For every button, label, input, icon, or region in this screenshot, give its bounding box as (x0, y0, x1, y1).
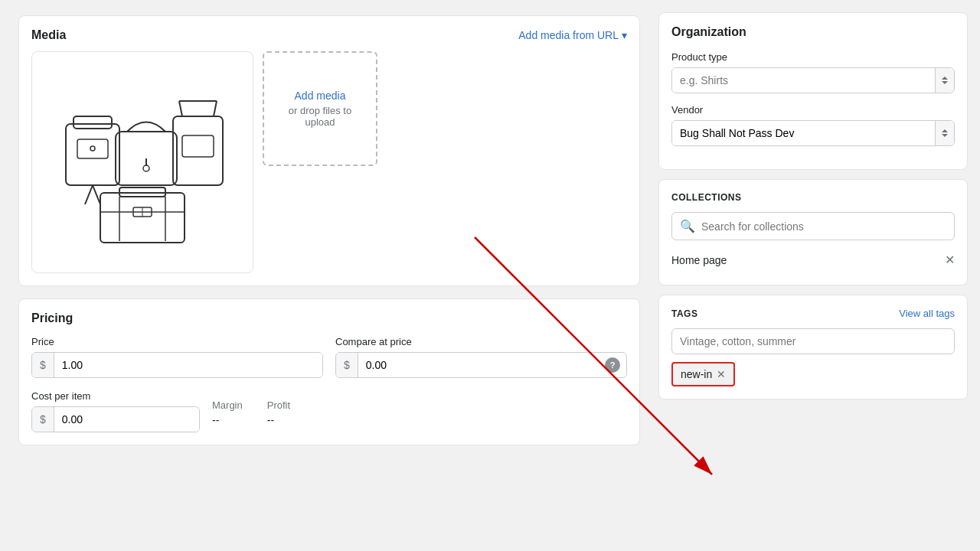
collections-search-input[interactable] (701, 220, 946, 233)
cost-currency-prefix: $ (32, 407, 54, 432)
view-all-tags-button[interactable]: View all tags (899, 308, 955, 319)
bags-illustration (51, 70, 234, 254)
vendor-input-wrap (671, 120, 955, 146)
drop-files-text: or drop files to upload (273, 105, 367, 128)
cost-field: Cost per item $ (31, 390, 200, 432)
compare-price-field: Compare at price $ ? (335, 336, 627, 378)
pricing-card: Pricing Price $ Compare at price $ ? (18, 298, 640, 445)
vendor-up-arrow-icon (942, 129, 948, 132)
collection-item-label: Home page (671, 254, 727, 266)
media-upload-box[interactable]: Add media or drop files to upload (263, 51, 377, 166)
vendor-down-arrow-icon (942, 134, 948, 137)
tags-title: TAGS (671, 308, 697, 319)
compare-price-label: Compare at price (335, 336, 627, 347)
svg-point-5 (90, 146, 95, 151)
svg-line-3 (93, 185, 100, 204)
organization-section: Organization Product type Vendor (658, 12, 968, 170)
media-title: Media (31, 28, 66, 42)
margin-value: -- (212, 414, 219, 426)
margin-item: Margin -- (212, 399, 243, 426)
price-label: Price (31, 336, 323, 347)
collections-section: COLLECTIONS 🔍 Home page ✕ (658, 179, 968, 285)
remove-collection-button[interactable]: ✕ (945, 254, 955, 266)
organization-title: Organization (671, 25, 955, 39)
media-header: Media Add media from URL ▾ (31, 28, 627, 42)
down-arrow-icon (942, 81, 948, 84)
tags-input[interactable] (671, 328, 955, 354)
product-type-label: Product type (671, 51, 955, 63)
compare-currency-prefix: $ (336, 353, 358, 377)
profit-label: Profit (267, 399, 290, 411)
dropdown-arrow-icon: ▾ (622, 29, 627, 41)
right-panel: Organization Product type Vendor (658, 0, 980, 551)
price-currency-prefix: $ (32, 353, 54, 377)
svg-point-8 (143, 165, 149, 171)
compare-price-input[interactable] (358, 353, 605, 377)
svg-rect-9 (173, 116, 223, 185)
cost-label: Cost per item (31, 390, 200, 402)
search-collections-wrap[interactable]: 🔍 (671, 212, 955, 240)
media-image-box[interactable] (31, 51, 253, 273)
cost-input[interactable] (54, 407, 200, 432)
cost-row: Cost per item $ Margin -- Profit -- (31, 390, 627, 432)
product-type-select-wrap (671, 67, 955, 93)
svg-rect-1 (74, 116, 112, 129)
vendor-arrows-btn[interactable] (935, 121, 954, 145)
svg-rect-4 (77, 139, 108, 158)
remove-tag-button[interactable]: ✕ (717, 369, 726, 380)
tags-header: TAGS View all tags (671, 308, 955, 319)
price-input[interactable] (54, 353, 322, 377)
collection-item-home: Home page ✕ (671, 248, 955, 272)
profit-item: Profit -- (267, 399, 290, 426)
product-type-arrows-btn[interactable] (935, 68, 954, 93)
product-type-input[interactable] (672, 68, 935, 93)
media-content: Add media or drop files to upload (31, 51, 627, 273)
price-field: Price $ (31, 336, 323, 378)
vendor-group: Vendor (671, 104, 955, 146)
margin-label: Margin (212, 399, 243, 411)
compare-price-input-wrap: $ ? (335, 352, 627, 378)
product-type-group: Product type (671, 51, 955, 93)
vendor-input[interactable] (672, 121, 935, 145)
tag-chip-new-in: new-in ✕ (671, 362, 735, 386)
add-media-url-button[interactable]: Add media from URL ▾ (518, 29, 627, 41)
svg-rect-0 (66, 124, 119, 185)
collections-title: COLLECTIONS (671, 192, 955, 203)
vendor-label: Vendor (671, 104, 955, 116)
svg-rect-11 (182, 135, 214, 157)
search-icon: 🔍 (680, 219, 695, 233)
svg-line-2 (85, 185, 93, 204)
pricing-title: Pricing (31, 311, 627, 325)
profit-value: -- (267, 414, 274, 426)
price-row: Price $ Compare at price $ ? (31, 336, 627, 378)
up-arrow-icon (942, 77, 948, 80)
media-card: Media Add media from URL ▾ (18, 15, 640, 286)
svg-rect-12 (100, 193, 185, 243)
tags-section: TAGS View all tags new-in ✕ (658, 295, 968, 399)
cost-input-wrap: $ (31, 406, 200, 432)
price-input-wrap: $ (31, 352, 323, 378)
tag-chip-label: new-in (681, 368, 712, 380)
add-media-label: Add media (295, 90, 346, 102)
margin-profit-row: Margin -- Profit -- (212, 399, 627, 432)
help-icon[interactable]: ? (605, 357, 620, 373)
